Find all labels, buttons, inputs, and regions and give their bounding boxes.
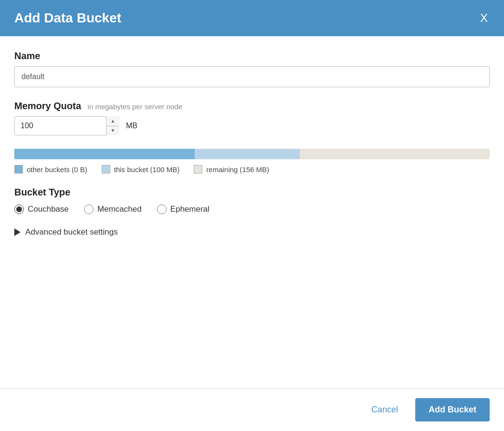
dialog-body: Name Memory Quota in megabytes per serve… <box>0 36 504 388</box>
progress-legend: other buckets (0 B) this bucket (100 MB)… <box>14 165 490 174</box>
legend-this-bucket: this bucket (100 MB) <box>102 165 180 174</box>
legend-other-buckets-label: other buckets (0 B) <box>27 165 87 174</box>
close-button[interactable]: X <box>478 12 490 24</box>
memory-quota-sublabel: in megabytes per server node <box>88 103 182 111</box>
legend-this-bucket-label: this bucket (100 MB) <box>114 165 180 174</box>
legend-other-buckets: other buckets (0 B) <box>14 165 87 174</box>
memory-input-wrapper: ▲ ▼ <box>14 116 119 135</box>
dialog-title: Add Data Bucket <box>14 10 121 26</box>
memory-quota-label: Memory Quota in megabytes per server nod… <box>14 101 490 112</box>
swatch-this-bucket <box>102 165 110 174</box>
dialog-header: Add Data Bucket X <box>0 0 504 36</box>
swatch-other-buckets <box>14 165 23 174</box>
memory-quota-group: Memory Quota in megabytes per server nod… <box>14 101 490 135</box>
name-field-group: Name <box>14 51 490 87</box>
radio-couchbase-label: Couchbase <box>28 205 69 214</box>
radio-memcached-input[interactable] <box>84 205 94 214</box>
legend-remaining: remaining (156 MB) <box>194 165 269 174</box>
advanced-settings-label: Advanced bucket settings <box>25 227 118 237</box>
dialog-footer: Cancel Add Bucket <box>0 388 504 431</box>
add-bucket-button[interactable]: Add Bucket <box>415 398 490 421</box>
bucket-type-group: Bucket Type Couchbase Memcached Ephemera… <box>14 187 490 214</box>
progress-bar <box>14 149 490 159</box>
expand-icon <box>14 228 21 236</box>
spinner-arrows: ▲ ▼ <box>106 116 119 135</box>
radio-memcached-label: Memcached <box>97 205 142 214</box>
cancel-button[interactable]: Cancel <box>362 400 408 420</box>
radio-ephemeral-input[interactable] <box>157 205 167 214</box>
radio-ephemeral-label: Ephemeral <box>170 205 210 214</box>
bucket-type-label: Bucket Type <box>14 187 490 198</box>
memory-quota-input[interactable] <box>14 116 119 135</box>
progress-remaining <box>300 149 490 159</box>
advanced-settings-toggle[interactable]: Advanced bucket settings <box>14 227 490 237</box>
name-input[interactable] <box>14 66 490 87</box>
radio-couchbase-input[interactable] <box>14 205 24 214</box>
spinner-up[interactable]: ▲ <box>106 116 119 126</box>
progress-this-bucket <box>195 149 299 159</box>
memory-row: ▲ ▼ MB <box>14 116 490 135</box>
mb-label: MB <box>126 122 137 130</box>
add-data-bucket-dialog: Add Data Bucket X Name Memory Quota in m… <box>0 0 504 431</box>
name-label: Name <box>14 51 490 62</box>
swatch-remaining <box>194 165 202 174</box>
radio-couchbase[interactable]: Couchbase <box>14 205 69 214</box>
radio-ephemeral[interactable]: Ephemeral <box>157 205 210 214</box>
bucket-type-radio-group: Couchbase Memcached Ephemeral <box>14 205 490 214</box>
progress-other-buckets <box>14 149 195 159</box>
legend-remaining-label: remaining (156 MB) <box>206 165 269 174</box>
radio-memcached[interactable]: Memcached <box>84 205 142 214</box>
spinner-down[interactable]: ▼ <box>106 126 119 136</box>
